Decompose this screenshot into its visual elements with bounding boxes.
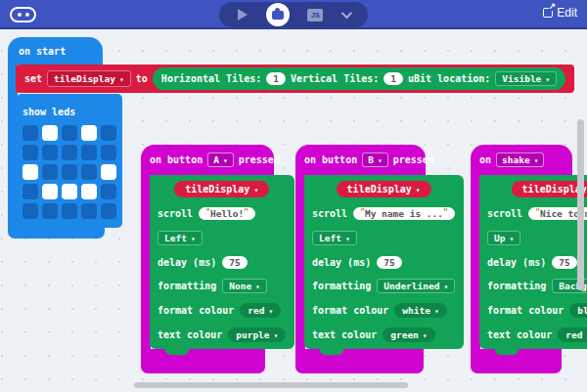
tile-display-create-block[interactable]: Horizontal Tiles: 1 Vertical Tiles: 1 uB… bbox=[153, 67, 565, 90]
led-cell[interactable] bbox=[62, 145, 77, 160]
event-bottom bbox=[141, 349, 265, 373]
variable-pill-dropdown[interactable]: tileDisplay bbox=[337, 181, 431, 197]
event-header[interactable]: on button A pressed bbox=[141, 145, 274, 175]
led-cell[interactable] bbox=[62, 164, 77, 180]
event-header[interactable]: on button B pressed bbox=[295, 145, 426, 175]
led-cell[interactable] bbox=[81, 203, 97, 219]
formatting-label: formatting bbox=[487, 281, 546, 291]
text-colour-dropdown[interactable]: green bbox=[383, 327, 434, 342]
led-cell[interactable] bbox=[23, 145, 38, 160]
ubit-location-dropdown[interactable]: Visible bbox=[495, 71, 557, 86]
led-cell[interactable] bbox=[81, 164, 97, 180]
variable-dropdown[interactable]: tileDisplay bbox=[47, 70, 131, 87]
edit-label: Edit bbox=[557, 6, 577, 20]
blocks-workspace[interactable]: on start set tileDisplay to Horizontal T… bbox=[0, 29, 587, 392]
event-header[interactable]: on shake bbox=[471, 145, 572, 175]
delay-value-input[interactable]: 75 bbox=[377, 256, 401, 269]
logo-eye-icon bbox=[25, 13, 29, 17]
show-leds-block[interactable]: show leds bbox=[17, 94, 122, 228]
led-cell[interactable] bbox=[101, 203, 116, 219]
led-cell[interactable] bbox=[81, 145, 97, 160]
formatting-dropdown[interactable]: Underlined bbox=[377, 279, 455, 293]
delay-value-input[interactable]: 75 bbox=[222, 256, 247, 269]
format-colour-dropdown[interactable]: white bbox=[394, 303, 446, 318]
text-colour-label: text colour bbox=[158, 329, 222, 340]
text-colour-label: text colour bbox=[487, 329, 552, 340]
event-prefix-label: on button bbox=[304, 154, 357, 165]
led-cell[interactable] bbox=[62, 125, 77, 141]
event-bottom bbox=[295, 349, 424, 373]
delay-label: delay (ms) bbox=[158, 257, 216, 268]
scroll-text-input[interactable]: Hello! bbox=[199, 207, 255, 220]
vertical-tiles-value[interactable]: 1 bbox=[384, 72, 403, 85]
led-cell[interactable] bbox=[23, 125, 38, 141]
led-cell[interactable] bbox=[23, 164, 38, 180]
show-leds-label: show leds bbox=[23, 107, 75, 117]
edit-button[interactable]: Edit bbox=[543, 6, 577, 20]
led-cell[interactable] bbox=[42, 164, 58, 180]
horizontal-tiles-value[interactable]: 1 bbox=[266, 72, 286, 85]
led-cell[interactable] bbox=[23, 203, 38, 219]
formatting-dropdown[interactable]: None bbox=[222, 279, 267, 293]
led-cell[interactable] bbox=[42, 203, 58, 219]
horizontal-scrollbar[interactable] bbox=[134, 382, 408, 388]
led-cell[interactable] bbox=[23, 184, 38, 199]
text-colour-dropdown[interactable]: red bbox=[558, 327, 587, 342]
tile-display-scroll-block[interactable]: tileDisplay scroll Hello! Left delay (ms… bbox=[150, 175, 294, 349]
text-colour-label: text colour bbox=[312, 329, 377, 340]
format-colour-dropdown[interactable]: blue bbox=[569, 303, 587, 318]
gesture-dropdown[interactable]: shake bbox=[496, 152, 544, 167]
led-cell[interactable] bbox=[81, 125, 97, 141]
javascript-view-button[interactable]: JS bbox=[307, 9, 323, 22]
format-colour-label: format colour bbox=[312, 305, 388, 316]
direction-dropdown[interactable]: Left bbox=[158, 231, 203, 245]
led-cell[interactable] bbox=[42, 184, 58, 199]
variable-pill-dropdown[interactable]: tileDisplay bbox=[512, 181, 587, 197]
to-label: to bbox=[136, 73, 148, 84]
format-colour-dropdown[interactable]: red bbox=[240, 303, 281, 318]
led-cell[interactable] bbox=[42, 125, 58, 141]
event-suffix-label: pressed bbox=[393, 154, 434, 165]
header-bar: JS Edit bbox=[0, 0, 587, 29]
led-cell[interactable] bbox=[42, 145, 58, 160]
led-cell[interactable] bbox=[62, 184, 77, 199]
tile-display-scroll-block[interactable]: tileDisplay scroll My name is ... Left d… bbox=[304, 175, 464, 349]
puzzle-icon bbox=[272, 11, 284, 20]
set-label: set bbox=[24, 73, 42, 84]
led-cell[interactable] bbox=[101, 145, 116, 160]
led-cell[interactable] bbox=[101, 184, 116, 199]
blocks-view-button[interactable] bbox=[266, 3, 290, 26]
delay-label: delay (ms) bbox=[487, 257, 546, 268]
microbit-logo-icon[interactable] bbox=[10, 7, 36, 22]
event-prefix-label: on bbox=[479, 154, 491, 165]
delay-value-input[interactable]: 75 bbox=[552, 256, 576, 269]
led-grid bbox=[23, 125, 116, 219]
led-cell[interactable] bbox=[81, 184, 97, 199]
format-colour-label: format colour bbox=[158, 305, 234, 316]
direction-dropdown[interactable]: Up bbox=[487, 231, 520, 245]
chevron-down-icon[interactable] bbox=[341, 8, 352, 19]
on-start-block[interactable]: on start bbox=[8, 37, 103, 65]
set-variable-block[interactable]: set tileDisplay to Horizontal Tiles: 1 V… bbox=[16, 65, 574, 93]
play-icon[interactable] bbox=[238, 9, 248, 21]
scroll-label: scroll bbox=[158, 208, 193, 219]
simulator-controls: JS bbox=[219, 2, 368, 27]
delay-label: delay (ms) bbox=[312, 257, 371, 268]
direction-dropdown[interactable]: Left bbox=[312, 231, 357, 245]
vertical-scrollbar[interactable] bbox=[577, 119, 584, 290]
button-dropdown[interactable]: A bbox=[207, 152, 234, 167]
led-cell[interactable] bbox=[101, 164, 116, 180]
tile-display-scroll-block[interactable]: tileDisplay scroll Nice to me Up delay (… bbox=[479, 175, 587, 349]
text-colour-dropdown[interactable]: purple bbox=[228, 327, 286, 342]
button-dropdown[interactable]: B bbox=[362, 152, 388, 167]
formatting-label: formatting bbox=[312, 281, 371, 291]
scroll-text-input[interactable]: My name is ... bbox=[353, 207, 455, 220]
vertical-tiles-label: Vertical Tiles: bbox=[291, 73, 379, 84]
logo-eye-icon bbox=[18, 13, 22, 17]
led-cell[interactable] bbox=[62, 203, 77, 219]
variable-pill-dropdown[interactable]: tileDisplay bbox=[174, 181, 269, 197]
led-cell[interactable] bbox=[101, 125, 116, 141]
event-suffix-label: pressed bbox=[239, 154, 280, 165]
ubit-location-label: uBit location: bbox=[408, 73, 490, 84]
on-start-label: on start bbox=[19, 46, 66, 57]
